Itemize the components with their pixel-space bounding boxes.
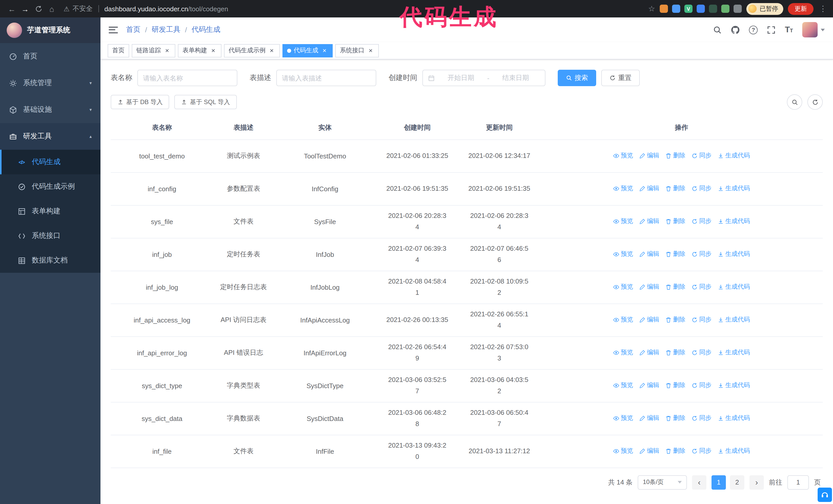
delete-link[interactable]: 删除 [665,283,685,291]
preview-link[interactable]: 预览 [613,381,633,390]
generate-code-link[interactable]: 生成代码 [718,414,750,423]
import-sql-button[interactable]: 基于 SQL 导入 [174,95,237,109]
delete-link[interactable]: 删除 [665,349,685,357]
breadcrumb-item[interactable]: 研发工具 [152,25,181,34]
reload-icon[interactable] [32,2,45,16]
edit-link[interactable]: 编辑 [639,217,659,226]
sidebar-item-system-management[interactable]: 系统管理▾ [0,70,100,96]
back-icon[interactable]: ← [5,2,19,16]
extension-icon[interactable] [709,5,717,13]
sync-link[interactable]: 同步 [691,250,712,259]
generate-code-link[interactable]: 生成代码 [718,184,750,193]
font-size-icon[interactable]: TT [785,26,793,34]
preview-link[interactable]: 预览 [613,316,633,324]
edit-link[interactable]: 编辑 [639,447,659,456]
generate-code-link[interactable]: 生成代码 [718,381,750,390]
sync-link[interactable]: 同步 [691,151,712,160]
forward-icon[interactable]: → [19,2,32,16]
preview-link[interactable]: 预览 [613,447,633,456]
search-button[interactable]: 搜索 [558,70,596,86]
delete-link[interactable]: 删除 [665,381,685,390]
edit-link[interactable]: 编辑 [639,349,659,357]
generate-code-link[interactable]: 生成代码 [718,250,750,259]
extension-icon[interactable] [721,5,730,13]
extension-icon[interactable] [672,5,680,13]
edit-link[interactable]: 编辑 [639,283,659,291]
preview-link[interactable]: 预览 [613,283,633,291]
delete-link[interactable]: 删除 [665,414,685,423]
generate-code-link[interactable]: 生成代码 [718,151,750,160]
table-name-input[interactable] [137,70,237,86]
delete-link[interactable]: 删除 [665,316,685,324]
browser-update-button[interactable]: 更新 [788,3,813,15]
goto-page-input[interactable] [787,475,809,489]
extension-icon[interactable] [660,5,668,13]
tab-1[interactable]: 链路追踪× [132,44,175,57]
extension-icon[interactable] [734,5,742,13]
address-bar[interactable]: ⚠ 不安全 dashboard.yudao.iocoder.cn/tool/co… [64,4,228,13]
edit-link[interactable]: 编辑 [639,381,659,390]
toggle-search-button[interactable] [787,94,802,110]
generate-code-link[interactable]: 生成代码 [718,217,750,226]
sync-link[interactable]: 同步 [691,414,712,423]
delete-link[interactable]: 删除 [665,447,685,456]
delete-link[interactable]: 删除 [665,184,685,193]
sidebar-item-home[interactable]: 首页 [0,43,100,70]
help-icon[interactable]: ? [749,25,758,34]
breadcrumb-item[interactable]: 首页 [126,25,140,34]
import-db-button[interactable]: 基于 DB 导入 [111,95,169,109]
sidebar-subitem-db-doc[interactable]: 数据库文档 [0,248,100,273]
sidebar-item-dev-tools[interactable]: 研发工具▴ [0,123,100,150]
edit-link[interactable]: 编辑 [639,316,659,324]
generate-code-link[interactable]: 生成代码 [718,447,750,456]
generate-code-link[interactable]: 生成代码 [718,349,750,357]
delete-link[interactable]: 删除 [665,217,685,226]
sidebar-subitem-form-builder[interactable]: 表单构建 [0,199,100,223]
create-time-range-picker[interactable]: 开始日期 - 结束日期 [422,70,545,86]
tab-close-icon[interactable]: × [367,47,374,54]
tab-close-icon[interactable]: × [210,47,217,54]
browser-menu-icon[interactable]: ⋮ [818,4,828,13]
refresh-table-button[interactable] [807,94,823,110]
edit-link[interactable]: 编辑 [639,414,659,423]
app-logo[interactable]: 芋道管理系统 [0,18,100,43]
tab-4[interactable]: 代码生成× [282,44,333,57]
home-icon[interactable]: ⌂ [45,2,58,16]
sync-link[interactable]: 同步 [691,349,712,357]
sidebar-subitem-system-api[interactable]: 系统接口 [0,223,100,248]
page-number[interactable]: 2 [730,475,744,489]
profile-paused-badge[interactable]: 已暂停 [746,3,783,15]
table-desc-input[interactable] [276,70,376,86]
user-avatar-dropdown[interactable] [802,22,825,38]
tab-close-icon[interactable]: × [321,47,328,54]
preview-link[interactable]: 预览 [613,349,633,357]
github-icon[interactable] [731,25,740,34]
prev-page-button[interactable]: ‹ [692,475,706,489]
extension-icon[interactable]: V [684,5,693,13]
delete-link[interactable]: 删除 [665,151,685,160]
edit-link[interactable]: 编辑 [639,151,659,160]
preview-link[interactable]: 预览 [613,151,633,160]
edit-link[interactable]: 编辑 [639,250,659,259]
sync-link[interactable]: 同步 [691,447,712,456]
next-page-button[interactable]: › [749,475,764,489]
sidebar-subitem-codegen[interactable]: </>代码生成 [0,150,100,174]
tab-5[interactable]: 系统接口× [335,44,379,57]
delete-link[interactable]: 删除 [665,250,685,259]
tab-2[interactable]: 表单构建× [178,44,221,57]
sync-link[interactable]: 同步 [691,217,712,226]
tab-close-icon[interactable]: × [268,47,275,54]
preview-link[interactable]: 预览 [613,217,633,226]
page-size-select[interactable]: 10条/页 [638,475,687,489]
sidebar-subitem-codegen-example[interactable]: 代码生成示例 [0,174,100,199]
sidebar-toggle-icon[interactable] [109,26,118,33]
tab-close-icon[interactable]: × [164,47,171,54]
tab-0[interactable]: 首页 [108,44,129,57]
preview-link[interactable]: 预览 [613,414,633,423]
edit-link[interactable]: 编辑 [639,184,659,193]
bookmark-star-icon[interactable]: ☆ [648,4,655,13]
extension-icon[interactable] [697,5,705,13]
generate-code-link[interactable]: 生成代码 [718,283,750,291]
service-float-button[interactable] [818,487,832,502]
generate-code-link[interactable]: 生成代码 [718,316,750,324]
